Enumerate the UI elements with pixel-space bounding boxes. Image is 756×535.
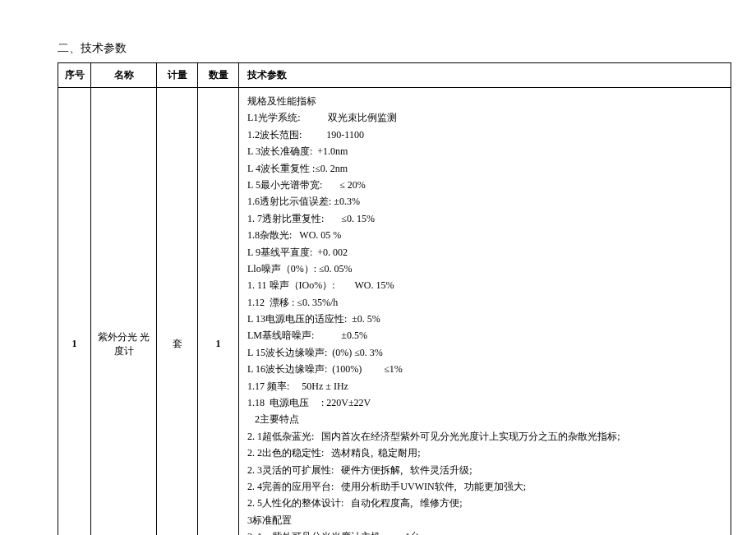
- header-spec: 技术参数: [239, 63, 731, 88]
- spec-line: L 4波长重复性 :≤0. 2nm: [247, 160, 722, 177]
- spec-line: 1.18 电源电压 : 220V±22V: [247, 394, 722, 411]
- spec-line: 1. 7透射比重复性: ≤0. 15%: [247, 210, 722, 227]
- spec-line: 2主要特点: [247, 411, 722, 427]
- header-index: 序号: [58, 63, 91, 88]
- spec-line: L 15波长边缘噪声: (0%) ≤0. 3%: [247, 344, 722, 361]
- table-row: 1 紫外分光 光度计 套 1 规格及性能指标L1光学系统: 双光束比例监测1.2…: [58, 88, 731, 536]
- spec-line: L 3波长准确度: +1.0nm: [247, 143, 722, 159]
- spec-line: Llo噪声（0%）: ≤0. 05%: [247, 261, 722, 277]
- spec-line: 1.2波长范围: 190-1100: [247, 127, 722, 143]
- spec-line: LM基线暗噪声: ±0.5%: [247, 327, 722, 344]
- spec-line: 1.12 漂移 : ≤0. 35%/h: [247, 294, 722, 311]
- header-qty: 数量: [198, 63, 239, 88]
- header-row: 序号 名称 计量 数量 技术参数: [58, 63, 731, 88]
- spec-line: 1.8杂散光: WO. 05 %: [247, 227, 722, 243]
- cell-qty: 1: [198, 88, 239, 536]
- spec-line: 2. 5人性化的整体设计: 自动化程度高, 维修方便;: [247, 495, 722, 511]
- cell-unit: 套: [157, 88, 198, 536]
- spec-line: L 5最小光谱带宽: ≤ 20%: [247, 177, 722, 193]
- header-unit: 计量: [157, 63, 198, 88]
- spec-line: 3标准配置: [247, 512, 722, 528]
- section-title: 二、技术参数: [58, 41, 723, 56]
- spec-line: 规格及性能指标: [247, 93, 722, 109]
- cell-index: 1: [58, 88, 91, 536]
- spec-line: L 13电源电压的适应性: ±0. 5%: [247, 311, 722, 327]
- spec-line: L 16波长边缘噪声: (100%) ≤1%: [247, 361, 722, 377]
- spec-line: L1光学系统: 双光束比例监测: [247, 109, 722, 126]
- spec-table: 序号 名称 计量 数量 技术参数 1 紫外分光 光度计 套 1 规格及性能指标L…: [58, 62, 731, 535]
- header-name: 名称: [91, 63, 157, 88]
- spec-line: 3. 1: 紫外可见分光光度计主机 1台:: [247, 528, 722, 535]
- cell-name: 紫外分光 光度计: [91, 88, 157, 536]
- spec-line: 1.6透射比示值误差: ±0.3%: [247, 193, 722, 210]
- cell-spec: 规格及性能指标L1光学系统: 双光束比例监测1.2波长范围: 190-1100L…: [239, 88, 731, 536]
- spec-line: 2. 2出色的稳定性: 选材精良, 稳定耐用;: [247, 445, 722, 461]
- spec-line: 2. 1超低杂蓝光: 国内首次在经济型紫外可见分光光度计上实现万分之五的杂散光指…: [247, 428, 722, 445]
- spec-line: L 9基线平直度: +0. 002: [247, 244, 722, 261]
- spec-line: 1.17 频率: 50Hz ± IHz: [247, 378, 722, 394]
- spec-line: 2. 3灵活的可扩展性: 硬件方便拆解, 软件灵活升级;: [247, 462, 722, 478]
- spec-line: 1. 11 噪声（IOo%）: WO. 15%: [247, 277, 722, 293]
- spec-line: 2. 4完善的应用平台: 使用分析助手UVWIN软件, 功能更加强大;: [247, 478, 722, 495]
